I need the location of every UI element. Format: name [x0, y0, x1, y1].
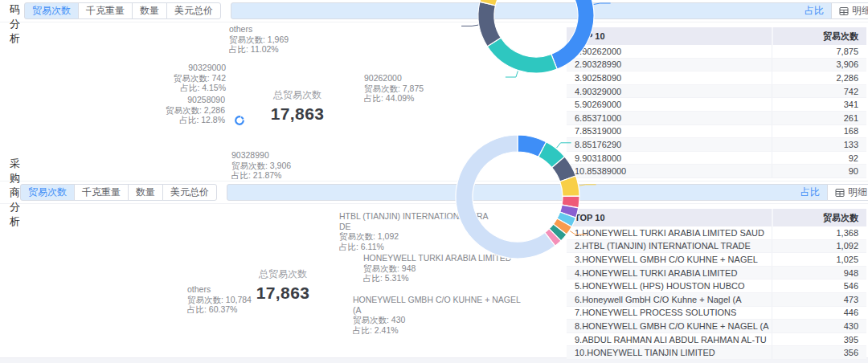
table-row: 6.Honeywell GmbH C/O Kuhne + Nagel (A473: [567, 293, 866, 307]
metric-button-1[interactable]: 贸易次数: [20, 184, 75, 201]
metric-button-group: 贸易次数千克重量数量美元总价: [20, 184, 217, 201]
donut-chart-icon: [239, 0, 801, 90]
metric-button-2[interactable]: 千克重量: [78, 2, 133, 19]
callout-title: HONEYWELL GMBH C/O KUHNE + NAGEL: [353, 295, 521, 305]
callout-leader-line: [570, 231, 586, 235]
table-row: 7.HONEYWELL PROCESS SOLUTIONS446: [567, 307, 866, 320]
callout-leader-line: [557, 143, 571, 148]
row-value: 546: [772, 279, 866, 292]
row-value: 356: [772, 346, 866, 359]
donut-segment[interactable]: [487, 38, 557, 73]
analytics-dashboard: { "sections": [ { "title": "HS编码分析", "to…: [0, 0, 868, 363]
donut-center-label: 总贸易次数 17,863: [256, 267, 310, 303]
callout-title: others: [187, 284, 252, 295]
metric-button-1[interactable]: 贸易次数: [24, 2, 79, 19]
table-row: 9.ABDUL RAHMAN ALI ABDUL RAHMAN AL-TU395: [567, 333, 866, 347]
callout-leader-line: [506, 71, 518, 77]
callout-title: 90258090: [166, 95, 225, 105]
callout-leader-line: [579, 185, 596, 186]
row-value: 341: [772, 98, 866, 111]
view-button-group: 占比明细: [231, 2, 868, 19]
metric-button-4[interactable]: 美元总价: [166, 2, 221, 19]
section-header: HS编码分析 贸易次数千克重量数量美元总价 占比明细: [0, 0, 868, 22]
table-row: 10.HONEYWELL TIANJIN LIMITED356: [567, 346, 866, 360]
row-value: 430: [772, 320, 866, 332]
detail-view-button[interactable]: 明细: [831, 2, 868, 19]
center-caption: 总贸易次数: [271, 88, 325, 102]
view-button-label: 占比: [800, 185, 820, 200]
callout-leader-line: [594, 3, 611, 5]
view-button-label: 占比: [805, 3, 824, 18]
view-button-label: 明细: [852, 3, 868, 18]
metric-button-3[interactable]: 数量: [132, 2, 167, 19]
row-name: 4.HONEYWELL TURKI ARABIA LIMITED: [567, 268, 772, 278]
toolbar: 贸易次数千克重量数量美元总价 占比明细: [24, 2, 868, 19]
row-value: 395: [772, 333, 866, 346]
row-name: 6.Honeywell GmbH C/O Kuhne + Nagel (A: [567, 295, 772, 304]
callout-percent: 占比: 60.37%: [187, 304, 252, 315]
proportion-view-button[interactable]: 占比: [227, 184, 828, 201]
callout-percent: 占比: 2.41%: [353, 325, 521, 336]
analysis-section: 采购商分析 贸易次数千克重量数量美元总价 占比明细 总贸易次数 17,863 H…: [0, 181, 868, 357]
metric-button-group: 贸易次数千克重量数量美元总价: [24, 2, 221, 19]
callout-percent: 占比: 4.15%: [174, 83, 226, 93]
callout-value: 贸易次数: 742: [174, 73, 226, 84]
metric-button-2[interactable]: 千克重量: [74, 184, 129, 201]
detail-grid-icon: [835, 188, 845, 198]
detail-view-button[interactable]: 明细: [827, 184, 868, 201]
metric-button-4[interactable]: 美元总价: [162, 184, 217, 201]
center-caption: 总贸易次数: [256, 267, 310, 281]
toolbar: 贸易次数千克重量数量美元总价 占比明细: [20, 184, 868, 201]
section-header: 采购商分析 贸易次数千克重量数量美元总价 占比明细: [0, 182, 868, 204]
table-row: 8.HONEYWELL GMBH C/O KUHNE + NAGEL (A430: [567, 320, 866, 333]
row-name: 10.HONEYWELL TIANJIN LIMITED: [567, 348, 772, 357]
metric-button-3[interactable]: 数量: [128, 184, 163, 201]
chart-callout: 90329000贸易次数: 742占比: 4.15%: [174, 63, 226, 93]
callout-value: 贸易次数: 430: [353, 315, 521, 325]
callout-leader-line: [461, 25, 478, 26]
row-name: 5.90269000: [567, 100, 772, 109]
donut-chart-icon: [235, 116, 797, 269]
chart-callout: HONEYWELL GMBH C/O KUHNE + NAGEL(A贸易次数: …: [353, 295, 521, 335]
row-value: 446: [772, 307, 866, 320]
callout-percent: 占比: 5.31%: [363, 273, 511, 283]
chart-callout: 90258090贸易次数: 2,286占比: 12.8%: [166, 95, 225, 125]
callout-value: 贸易次数: 10,784: [187, 295, 252, 305]
callout-percent: 占比: 12.8%: [166, 115, 225, 125]
callout-percent: 占比: 44.09%: [364, 93, 424, 104]
donut-segment[interactable]: [478, 2, 501, 47]
proportion-view-button[interactable]: 占比: [231, 2, 832, 19]
sections-container: HS编码分析 贸易次数千克重量数量美元总价 占比明细 总贸易次数 17,863 …: [0, 0, 868, 357]
view-button-label: 明细: [848, 185, 867, 200]
callout-value: 贸易次数: 2,286: [166, 105, 225, 116]
row-value: 473: [772, 293, 866, 306]
center-total-value: 17,863: [256, 283, 310, 303]
chart-callout: others贸易次数: 10,784占比: 60.37%: [187, 284, 252, 315]
view-button-group: 占比明细: [227, 184, 868, 201]
callout-title: (A: [353, 305, 521, 316]
row-name: 5.HONEYWELL (HPS) HOUSTON HUBCO: [567, 281, 772, 291]
callout-title: 90329000: [174, 63, 226, 73]
row-name: 8.HONEYWELL GMBH C/O KUHNE + NAGEL (A: [567, 321, 772, 331]
row-name: 7.HONEYWELL PROCESS SOLUTIONS: [567, 308, 772, 317]
row-name: 9.ABDUL RAHMAN ALI ABDUL RAHMAN AL-TU: [567, 335, 772, 345]
callout-leader-line: [442, 217, 459, 219]
table-row: 5.HONEYWELL (HPS) HOUSTON HUBCO546: [567, 279, 866, 293]
table-row: 5.90269000341: [567, 98, 866, 112]
detail-grid-icon: [839, 6, 849, 16]
